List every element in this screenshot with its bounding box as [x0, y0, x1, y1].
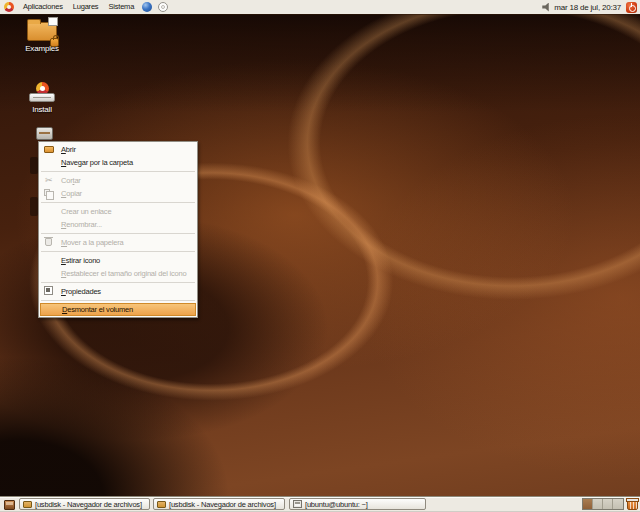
- menu-item-open[interactable]: Abrir: [40, 143, 196, 156]
- terminal-icon: [293, 500, 302, 508]
- menu-item-label: Renombrar...: [61, 220, 102, 229]
- menu-item-label: Mover a la papelera: [61, 238, 124, 247]
- properties-icon: [44, 286, 53, 295]
- folder-icon: [27, 22, 57, 41]
- trash-applet-icon[interactable]: [627, 499, 638, 510]
- task-label: [ubuntu@ubuntu: ~]: [305, 500, 368, 509]
- folder-icon: [157, 501, 166, 508]
- menu-item-label: Crear un enlace: [61, 207, 111, 216]
- help-icon[interactable]: [158, 2, 168, 12]
- menu-item-cut: Cortar: [40, 174, 196, 187]
- top-panel: Aplicaciones Lugares Sistema mar 18 de j…: [0, 0, 640, 14]
- menu-item-label: Navegar por la carpeta: [61, 158, 133, 167]
- menu-item-label: Abrir: [61, 145, 76, 154]
- menu-separator: [41, 171, 195, 172]
- scissors-icon: [44, 175, 55, 186]
- task-label: [usbdisk - Navegador de archivos]: [35, 500, 142, 509]
- drive-tray-icon: [29, 93, 55, 102]
- installer-icon: [16, 82, 68, 102]
- menu-aplicaciones[interactable]: Aplicaciones: [18, 0, 68, 14]
- desktop-screen: Aplicaciones Lugares Sistema mar 18 de j…: [0, 0, 640, 512]
- hidden-icon-fragment: [30, 157, 38, 174]
- menu-sistema[interactable]: Sistema: [103, 0, 139, 14]
- menu-item-rename: Renombrar...: [40, 218, 196, 231]
- menu-item-unmount-volume[interactable]: Desmontar el volumen: [40, 303, 196, 316]
- menu-lugares[interactable]: Lugares: [68, 0, 104, 14]
- menu-separator: [41, 233, 195, 234]
- context-menu: Abrir Navegar por la carpeta Cortar Copi…: [38, 141, 198, 318]
- lock-emblem-icon: [50, 38, 59, 47]
- taskbar-button-usbdisk-2[interactable]: [usbdisk - Navegador de archivos]: [153, 498, 285, 510]
- hidden-icon-fragment: [30, 197, 38, 216]
- taskbar-button-terminal[interactable]: [ubuntu@ubuntu: ~]: [289, 498, 426, 510]
- trash-icon: [45, 238, 52, 246]
- menu-item-label: Propiedades: [61, 287, 101, 296]
- menu-separator: [41, 202, 195, 203]
- desktop-icon-label: Install: [16, 105, 68, 114]
- workspace-4[interactable]: [613, 499, 623, 509]
- task-label: [usbdisk - Navegador de archivos]: [169, 500, 276, 509]
- folder-icon: [23, 501, 32, 508]
- menu-item-label: Copiar: [61, 189, 82, 198]
- browser-icon[interactable]: [142, 2, 152, 12]
- menu-separator: [41, 300, 195, 301]
- workspace-switcher: [582, 498, 624, 510]
- ubuntu-logo-icon: [4, 2, 14, 12]
- menu-item-browse-folder[interactable]: Navegar por la carpeta: [40, 156, 196, 169]
- menu-separator: [41, 251, 195, 252]
- volume-icon[interactable]: [542, 3, 551, 12]
- menu-item-properties[interactable]: Propiedades: [40, 285, 196, 298]
- menu-item-create-link: Crear un enlace: [40, 205, 196, 218]
- menu-item-label: Restablecer el tamaño original del icono: [61, 269, 186, 278]
- menu-item-label: Estirar icono: [61, 256, 100, 265]
- clock[interactable]: mar 18 de jul, 20:37: [554, 3, 621, 12]
- menu-separator: [41, 282, 195, 283]
- show-desktop-icon: [4, 500, 15, 510]
- desktop-icon-install[interactable]: Install: [16, 82, 68, 114]
- desktop-icon-label: Examples: [16, 44, 68, 53]
- document-emblem-icon: [48, 17, 58, 26]
- workspace-3[interactable]: [603, 499, 613, 509]
- menu-item-stretch-icon[interactable]: Estirar icono: [40, 254, 196, 267]
- menu-item-label: Desmontar el volumen: [62, 305, 133, 314]
- workspace-2[interactable]: [593, 499, 603, 509]
- folder-open-icon: [44, 146, 54, 153]
- workspace-1[interactable]: [583, 499, 593, 509]
- menu-item-label: Cortar: [61, 176, 81, 185]
- usbdisk-volume-icon[interactable]: [36, 127, 53, 140]
- copy-icon: [44, 189, 50, 196]
- menu-item-restore-icon-size: Restablecer el tamaño original del icono: [40, 267, 196, 280]
- taskbar-button-usbdisk-1[interactable]: [usbdisk - Navegador de archivos]: [19, 498, 150, 510]
- bottom-panel: [usbdisk - Navegador de archivos] [usbdi…: [0, 497, 640, 512]
- desktop-icon-examples[interactable]: Examples: [16, 22, 68, 53]
- menu-item-move-to-trash: Mover a la papelera: [40, 236, 196, 249]
- menu-item-copy: Copiar: [40, 187, 196, 200]
- show-desktop-button[interactable]: [2, 498, 16, 511]
- logout-icon[interactable]: [626, 2, 637, 13]
